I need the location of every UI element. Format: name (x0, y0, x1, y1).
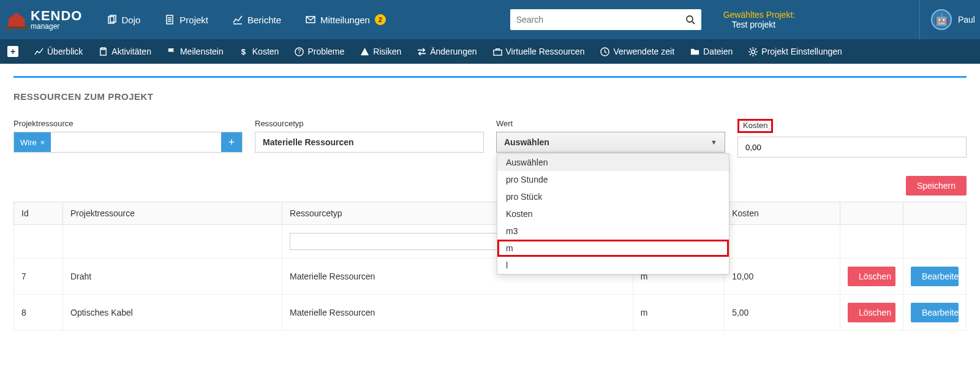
add-button[interactable]: + (7, 46, 18, 57)
logo[interactable]: KENDO manager (5, 8, 82, 31)
th-id[interactable]: Id (14, 202, 63, 225)
cost-input[interactable] (737, 137, 967, 158)
table-row: 8Optisches KabelMaterielle Ressourcenm5,… (14, 295, 967, 331)
cell-cost: 10,00 (725, 259, 840, 295)
nav-mitteilungen[interactable]: Mitteilungen 2 (306, 14, 386, 25)
subnav-kosten[interactable]: $Kosten (239, 47, 279, 56)
cell-resource: Draht (63, 259, 282, 295)
warning-icon (360, 47, 369, 56)
subnav-virtuelle[interactable]: Virtuelle Ressourcen (493, 47, 585, 56)
value-selected: Auswählen (504, 137, 549, 147)
sub-nav: + Überblick Aktivitäten Meilenstein $Kos… (0, 39, 980, 64)
value-dropdown: Auswählen pro Stunde pro Stück Kosten m3… (497, 153, 729, 275)
avatar: 🤖 (931, 9, 952, 30)
nav-projekt[interactable]: Projekt (165, 15, 208, 25)
th-resource[interactable]: Projektressource (63, 202, 282, 225)
dropdown-option[interactable]: pro Stück (497, 188, 729, 205)
svg-marker-1 (7, 13, 26, 20)
add-resource-button[interactable]: + (221, 132, 242, 152)
svg-rect-0 (9, 18, 25, 26)
dropdown-option-highlighted[interactable]: m (497, 240, 729, 257)
svg-rect-2 (5, 26, 28, 29)
search-box[interactable] (510, 9, 701, 30)
subnav-meilenstein[interactable]: Meilenstein (167, 47, 224, 56)
document-icon (165, 15, 175, 25)
folder-icon (690, 47, 699, 56)
logo-text-1: KENDO (31, 9, 82, 23)
page-title: RESSOURCEN ZUM PROJEKT (13, 91, 967, 102)
delete-button[interactable]: Löschen (848, 267, 895, 286)
resource-tag-input[interactable]: Wire × + (13, 132, 243, 153)
delete-button[interactable]: Löschen (848, 303, 895, 322)
resource-input[interactable] (51, 132, 221, 152)
user-menu[interactable]: 🤖 Paul (919, 0, 975, 39)
value-label: Wert (496, 119, 725, 128)
nav-label: Dojo (121, 15, 140, 25)
tag-remove-icon[interactable]: × (40, 138, 45, 147)
save-button[interactable]: Speichern (906, 176, 967, 195)
exchange-icon (417, 47, 426, 56)
th-cost[interactable]: Kosten (725, 202, 840, 225)
question-icon: ? (295, 47, 304, 56)
subnav-einstellungen[interactable]: Projekt Einstellungen (748, 47, 842, 56)
nav-label: Berichte (247, 15, 281, 25)
dropdown-option[interactable]: Auswählen (497, 154, 729, 171)
cell-resource: Optisches Kabel (63, 295, 282, 331)
cell-type: Materielle Ressourcen (282, 295, 633, 331)
resource-tag[interactable]: Wire × (14, 132, 51, 152)
resource-label: Projektressource (13, 119, 243, 128)
type-label: Ressourcetyp (255, 119, 484, 128)
copy-icon (107, 15, 116, 25)
chart-line-icon (233, 15, 243, 25)
dropdown-option[interactable]: pro Stunde (497, 171, 729, 188)
svg-rect-19 (493, 50, 501, 55)
subnav-dateien[interactable]: Dateien (690, 47, 733, 56)
subnav-probleme[interactable]: ?Probleme (295, 47, 344, 56)
cell-id: 8 (14, 295, 63, 331)
gear-icon (748, 47, 758, 56)
type-value: Materielle Ressourcen (255, 132, 484, 153)
dollar-icon: $ (239, 47, 249, 56)
dropdown-option[interactable]: Kosten (497, 205, 729, 222)
svg-text:$: $ (241, 47, 246, 56)
search-icon (685, 15, 695, 25)
cell-value: m (633, 295, 725, 331)
flag-icon (167, 47, 176, 56)
table-row: 7DrahtMaterielle Ressourcenm10,00Löschen… (14, 259, 967, 295)
th-edit (903, 202, 967, 225)
logo-text-2: manager (31, 23, 82, 30)
user-name: Paul (958, 15, 975, 25)
edit-button[interactable]: Bearbeiten (911, 303, 959, 322)
subnav-uberblick[interactable]: Überblick (34, 47, 83, 56)
resource-table: Id Projektressource Ressourcetyp Wert Ko… (13, 202, 967, 331)
cell-id: 7 (14, 259, 63, 295)
nav-label: Projekt (179, 15, 208, 25)
svg-line-12 (692, 21, 695, 24)
cost-label: Kosten (737, 119, 773, 133)
clipboard-icon (99, 47, 108, 56)
logo-icon (5, 8, 28, 31)
dropdown-option[interactable]: l (497, 257, 729, 274)
subnav-zeit[interactable]: Verwendete zeit (600, 47, 674, 56)
value-select[interactable]: Auswählen ▼ Auswählen pro Stunde pro Stü… (496, 132, 725, 153)
notification-badge: 2 (375, 14, 386, 25)
subnav-risiken[interactable]: Risiken (360, 47, 401, 56)
tag-text: Wire (20, 138, 37, 147)
chevron-down-icon: ▼ (710, 139, 717, 146)
svg-point-11 (687, 16, 693, 22)
th-delete (840, 202, 903, 225)
subnav-aktivitaten[interactable]: Aktivitäten (99, 47, 151, 56)
edit-button[interactable]: Bearbeiten (911, 267, 959, 286)
dropdown-option[interactable]: m3 (497, 222, 729, 240)
cell-cost: 5,00 (725, 295, 840, 331)
search-input[interactable] (516, 15, 685, 25)
selected-project-label: Gewähltes Projekt: (723, 10, 796, 20)
nav-dojo[interactable]: Dojo (107, 15, 140, 25)
svg-marker-18 (361, 47, 369, 55)
top-nav: KENDO manager Dojo Projekt Berichte Mitt… (0, 0, 980, 39)
envelope-icon (306, 15, 315, 25)
svg-point-21 (752, 50, 755, 53)
clock-icon (600, 47, 609, 56)
nav-berichte[interactable]: Berichte (233, 15, 281, 25)
subnav-anderungen[interactable]: Änderungen (417, 47, 477, 56)
